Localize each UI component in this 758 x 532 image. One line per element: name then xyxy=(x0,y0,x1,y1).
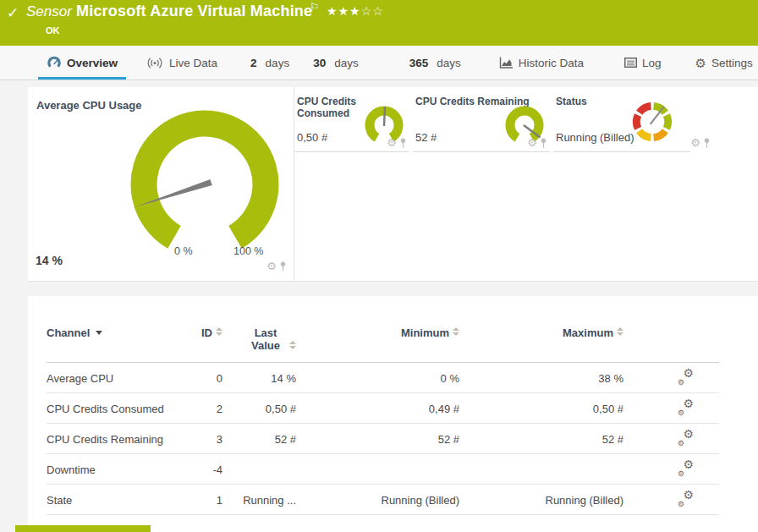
tile-value: 0,50 # xyxy=(297,131,327,144)
sensor-kind-label: Sensor xyxy=(26,3,72,20)
tab-bar: Overview Live Data 2days 30days 365days xyxy=(0,46,758,80)
gear-icon: ⚙ xyxy=(683,428,694,440)
tab-2-days[interactable]: 2days xyxy=(242,46,298,80)
gauge-needle xyxy=(384,107,385,126)
column-header-maximum[interactable]: Maximum xyxy=(459,296,623,363)
table-row: Average CPU 0 14 % 0 % 38 % ⚙ ⚙ xyxy=(47,363,719,393)
column-header-id[interactable]: ID xyxy=(173,296,222,363)
channel-table-body: Average CPU 0 14 % 0 % 38 % ⚙ ⚙ CPU Cred… xyxy=(47,363,719,515)
gear-icon: ⚙ xyxy=(678,440,684,447)
column-header-actions xyxy=(623,296,719,363)
pin-icon[interactable] xyxy=(399,138,407,148)
channel-table: Channel ID Last Value Minimum Maximum xyxy=(47,296,719,515)
sort-desc-icon xyxy=(96,331,102,335)
gear-icon: ⚙ xyxy=(678,470,684,478)
sensor-title: Microsoft Azure Virtual Machine xyxy=(76,3,312,20)
column-header-last-value[interactable]: Last Value xyxy=(222,296,296,363)
channel-name-cell[interactable]: CPU Credits Consumed xyxy=(47,393,173,424)
minimum-cell xyxy=(296,454,459,485)
tile-gear-icon[interactable]: ⚙ xyxy=(266,261,277,271)
column-header-minimum[interactable]: Minimum xyxy=(296,296,459,363)
live-icon xyxy=(146,57,164,69)
maximum-cell: 52 # xyxy=(459,424,623,454)
gauges-panel: Average CPU Usage 0 % 100 % 14 % ⚙ CPU C… xyxy=(28,87,758,282)
cpu-usage-gauge xyxy=(116,102,294,259)
status-check-icon: ✓ xyxy=(7,4,19,22)
gear-icon: ⚙ xyxy=(683,458,694,470)
tile-value: Running (Billed) xyxy=(556,131,634,144)
gear-icon: ⚙ xyxy=(683,367,694,379)
minimum-cell: 0,49 # xyxy=(296,393,459,424)
status-tile: Status Running (Billed) ⚙ xyxy=(553,87,690,152)
tab-historic-data[interactable]: Historic Data xyxy=(491,46,592,80)
priority-star-rating[interactable]: ★★★☆☆ xyxy=(327,4,384,18)
tile-gear-icon[interactable]: ⚙ xyxy=(690,137,700,148)
actions-cell: ⚙ ⚙ xyxy=(623,424,719,454)
tab-live-data[interactable]: Live Data xyxy=(137,46,226,80)
last-value-cell: 14 % xyxy=(222,363,296,393)
actions-cell: ⚙ ⚙ xyxy=(623,485,719,515)
tile-gear-icon[interactable]: ⚙ xyxy=(527,137,537,148)
gear-icon: ⚙ xyxy=(695,57,706,69)
channel-id-cell: 3 xyxy=(173,424,222,454)
log-icon xyxy=(624,58,637,68)
tab-30-days[interactable]: 30days xyxy=(305,46,367,80)
channel-name-cell[interactable]: Downtime xyxy=(47,454,173,485)
gear-icon: ⚙ xyxy=(683,398,694,409)
tile-gear-icon[interactable]: ⚙ xyxy=(387,137,397,148)
channel-id-cell: 2 xyxy=(173,393,222,424)
gear-icon: ⚙ xyxy=(678,409,684,417)
sensor-status-badge: OK xyxy=(46,25,60,36)
channel-settings-icon[interactable]: ⚙ ⚙ xyxy=(678,462,694,474)
channel-name-cell[interactable]: Average CPU xyxy=(47,363,173,393)
channel-table-panel: Channel ID Last Value Minimum Maximum xyxy=(28,296,758,532)
maximum-cell: 38 % xyxy=(459,363,623,393)
column-header-channel[interactable]: Channel xyxy=(47,296,173,363)
minimum-cell: 0 % xyxy=(296,363,459,393)
sort-icon xyxy=(453,327,459,336)
table-row: State 1 Running ... Running (Billed) Run… xyxy=(47,485,719,515)
maximum-cell: Running (Billed) xyxy=(459,485,623,515)
actions-cell: ⚙ ⚙ xyxy=(623,393,719,424)
actions-cell: ⚙ ⚙ xyxy=(623,454,719,485)
table-header-row: Channel ID Last Value Minimum Maximum xyxy=(47,296,719,363)
last-value-cell xyxy=(222,454,296,485)
tab-overview[interactable]: Overview xyxy=(38,46,126,80)
flag-icon[interactable]: ⚐ xyxy=(310,1,320,14)
gear-icon: ⚙ xyxy=(678,501,684,508)
channel-settings-icon[interactable]: ⚙ ⚙ xyxy=(678,431,694,444)
channel-id-cell: -4 xyxy=(173,454,222,485)
prtg-sensor-page: ✓ Sensor Microsoft Azure Virtual Machine… xyxy=(0,0,758,532)
pin-icon[interactable] xyxy=(279,261,287,271)
tile-title: Status xyxy=(556,96,587,107)
tab-log[interactable]: Log xyxy=(616,46,670,80)
minimum-cell: Running (Billed) xyxy=(296,485,459,515)
status-gauge xyxy=(629,98,676,145)
bottom-green-bar xyxy=(15,525,151,532)
pin-icon[interactable] xyxy=(540,138,547,148)
last-value-cell: 52 # xyxy=(222,424,296,454)
gauge-icon xyxy=(47,56,62,69)
table-row: CPU Credits Remaining 3 52 # 52 # 52 # ⚙… xyxy=(47,424,719,454)
actions-cell: ⚙ ⚙ xyxy=(623,363,719,393)
maximum-cell: 0,50 # xyxy=(459,393,623,424)
tab-settings[interactable]: ⚙ Settings xyxy=(687,46,758,80)
channel-settings-icon[interactable]: ⚙ ⚙ xyxy=(678,401,694,414)
channel-name-cell[interactable]: State xyxy=(47,485,173,515)
minimum-cell: 52 # xyxy=(296,424,459,454)
pin-icon[interactable] xyxy=(703,138,711,148)
channel-id-cell: 1 xyxy=(173,485,222,515)
channel-settings-icon[interactable]: ⚙ ⚙ xyxy=(678,370,694,383)
table-row: CPU Credits Consumed 2 0,50 # 0,49 # 0,5… xyxy=(47,393,719,424)
table-row: Downtime -4 ⚙ ⚙ xyxy=(47,454,719,485)
channel-id-cell: 0 xyxy=(173,363,222,393)
sort-icon xyxy=(617,327,623,336)
average-cpu-usage-tile: Average CPU Usage 0 % 100 % 14 % ⚙ xyxy=(28,87,294,282)
tab-365-days[interactable]: 365days xyxy=(401,46,470,80)
gauge-max-label: 100 % xyxy=(233,245,263,257)
cpu-credits-remaining-tile: CPU Credits Remaining 52 # ⚙ xyxy=(413,87,549,152)
channel-settings-icon[interactable]: ⚙ ⚙ xyxy=(678,492,694,505)
gauge-value: 14 % xyxy=(36,254,63,267)
channel-name-cell[interactable]: CPU Credits Remaining xyxy=(47,424,173,454)
maximum-cell xyxy=(459,454,623,485)
